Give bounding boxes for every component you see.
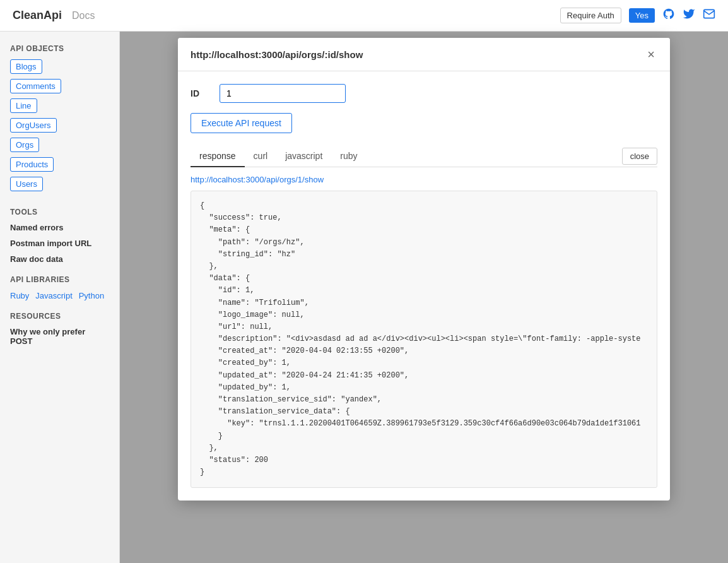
id-input[interactable]	[220, 84, 346, 103]
json-output: { "success": true, "meta": { "path": "/o…	[191, 191, 657, 488]
close-response-button[interactable]: close	[622, 148, 657, 165]
sidebar: API OBJECTS Blogs Comments Line OrgUsers…	[0, 32, 120, 563]
sidebar-item-orgs[interactable]: Orgs	[10, 138, 39, 152]
sidebar-item-line[interactable]: Line	[10, 98, 37, 113]
sidebar-item-products[interactable]: Products	[10, 157, 54, 172]
modal: http://localhost:3000/api/orgs/:id/show …	[178, 38, 670, 501]
sidebar-item-orgusers[interactable]: OrgUsers	[10, 118, 57, 133]
navbar: CleanApi Docs Require Auth Yes	[0, 0, 728, 32]
id-field-row: ID	[191, 84, 657, 103]
tab-curl[interactable]: curl	[245, 146, 277, 167]
api-objects-title: API OBJECTS	[10, 44, 109, 53]
raw-doc-link[interactable]: Raw doc data	[10, 254, 109, 264]
id-label: ID	[191, 88, 209, 98]
github-icon[interactable]	[662, 8, 675, 23]
modal-overlay: http://localhost:3000/api/orgs/:id/show …	[120, 32, 728, 563]
sidebar-item-comments[interactable]: Comments	[10, 79, 61, 93]
postman-import-link[interactable]: Postman import URL	[10, 239, 109, 248]
ruby-lib-link[interactable]: Ruby	[10, 291, 29, 300]
modal-title: http://localhost:3000/api/orgs/:id/show	[191, 49, 363, 60]
named-errors-link[interactable]: Named errors	[10, 223, 109, 232]
navbar-right: Require Auth Yes	[560, 8, 715, 23]
layout: API OBJECTS Blogs Comments Line OrgUsers…	[0, 32, 728, 563]
modal-body: ID Execute API request response curl jav…	[178, 71, 670, 501]
resources-title: RESOURCES	[10, 312, 109, 321]
sidebar-item-blogs[interactable]: Blogs	[10, 59, 42, 74]
modal-close-button[interactable]: ×	[645, 48, 657, 61]
require-auth-button[interactable]: Require Auth	[560, 8, 621, 23]
brand-logo: CleanApi	[13, 9, 62, 22]
tab-ruby[interactable]: ruby	[331, 146, 366, 167]
response-url-link[interactable]: http://localhost:3000/api/orgs/1/show	[191, 175, 657, 184]
tab-response[interactable]: response	[191, 146, 245, 167]
tab-javascript[interactable]: javascript	[276, 146, 331, 167]
docs-label: Docs	[72, 10, 95, 21]
twitter-icon[interactable]	[683, 8, 695, 23]
main-content: http://localhost:3000/api/orgs/:id/show …	[120, 32, 728, 563]
javascript-lib-link[interactable]: Javascript	[35, 291, 73, 300]
python-lib-link[interactable]: Python	[79, 291, 104, 300]
modal-header: http://localhost:3000/api/orgs/:id/show …	[178, 38, 670, 71]
tools-title: TOOLS	[10, 208, 109, 216]
why-post-link[interactable]: Why we only prefer POST	[10, 327, 109, 346]
email-icon[interactable]	[703, 8, 715, 23]
yes-button[interactable]: Yes	[629, 8, 655, 23]
execute-api-button[interactable]: Execute API request	[191, 113, 292, 133]
api-libraries-title: API LIBRARIES	[10, 275, 109, 284]
response-tabs-bar: response curl javascript ruby close	[191, 146, 657, 167]
sidebar-item-users[interactable]: Users	[10, 177, 43, 191]
